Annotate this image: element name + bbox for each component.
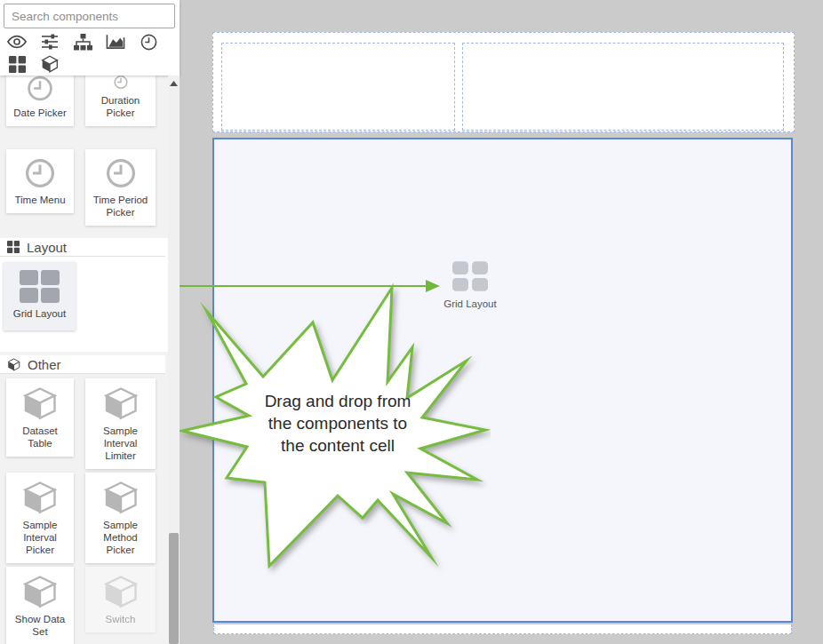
component-tile-label: Show Data Set [9, 613, 71, 638]
component-tile-label: Duration Picker [88, 94, 153, 119]
clock-icon [24, 75, 56, 102]
canvas-header-cell-right[interactable] [462, 43, 784, 131]
section-header-other[interactable]: Other [0, 355, 165, 374]
component-tile-sample-interval-limiter[interactable]: Sample Interval Limiter [85, 378, 156, 469]
component-tile-label: Sample Interval Limiter [88, 425, 153, 462]
sliders-icon[interactable] [40, 33, 60, 51]
component-tile-sample-interval-picker[interactable]: Sample Interval Picker [6, 473, 74, 563]
grid-icon [452, 261, 488, 291]
dropped-component-label: Grid Layout [443, 298, 496, 309]
component-palette: Date Picker Duration Picker Time Menu Ti… [0, 76, 168, 644]
cube-icon [103, 386, 139, 420]
hierarchy-icon[interactable] [73, 33, 92, 51]
component-tile-show-data-set[interactable]: Show Data Set [6, 567, 74, 644]
component-tile-label: Time Period Picker [88, 194, 153, 219]
clock-icon[interactable] [139, 33, 158, 51]
component-tile-time-menu[interactable]: Time Menu [6, 149, 74, 213]
cube-icon [103, 575, 139, 608]
component-tile-dataset-table[interactable]: Dataset Table [6, 378, 74, 457]
canvas-header-cell-left[interactable] [221, 43, 455, 131]
section-header-layout[interactable]: Layout [0, 238, 165, 257]
component-tile-sample-method-picker[interactable]: Sample Method Picker [85, 473, 156, 563]
component-tile-date-picker[interactable]: Date Picker [6, 69, 74, 126]
component-tile-label: Sample Method Picker [88, 519, 153, 556]
grid-icon [20, 270, 60, 303]
component-sidebar: Date Picker Duration Picker Time Menu Ti… [0, 0, 180, 644]
eye-icon[interactable] [7, 33, 27, 51]
search-input[interactable] [4, 4, 175, 28]
cube-icon [22, 481, 58, 514]
section-layout: Layout Grid Layout [0, 238, 168, 352]
component-tile-time-period-picker[interactable]: Time Period Picker [85, 149, 156, 226]
clock-icon [105, 75, 137, 90]
cube-icon[interactable] [40, 55, 60, 73]
component-tile-label: Sample Interval Picker [9, 519, 71, 556]
canvas-footer-row[interactable] [213, 624, 792, 634]
component-tile-label: Switch [106, 613, 136, 625]
section-title: Layout [27, 240, 67, 255]
canvas-content-cell[interactable] [212, 138, 793, 623]
component-tile-switch: Switch [85, 567, 156, 632]
component-tile-label: Dataset Table [9, 425, 71, 449]
cube-icon [22, 575, 58, 608]
grid-icon [7, 241, 20, 253]
palette-scrollbar[interactable] [168, 76, 180, 644]
component-tile-label: Time Menu [14, 194, 65, 206]
clock-icon [24, 157, 56, 189]
scrollbar-up-arrow[interactable] [168, 77, 180, 90]
cube-icon [103, 481, 139, 514]
component-tile-grid-layout[interactable]: Grid Layout [4, 262, 76, 330]
cube-icon [7, 358, 20, 371]
component-tile-duration-picker[interactable]: Duration Picker [85, 69, 156, 126]
section-title: Other [28, 357, 61, 372]
palette-toolbar [0, 0, 180, 76]
scrollbar-thumb[interactable] [169, 533, 179, 644]
cube-icon [22, 386, 58, 420]
clock-icon [105, 157, 137, 189]
component-tile-label: Date Picker [13, 107, 66, 119]
area-chart-icon[interactable] [106, 33, 125, 51]
grid-icon[interactable] [7, 55, 27, 73]
component-tile-label: Grid Layout [13, 307, 66, 320]
